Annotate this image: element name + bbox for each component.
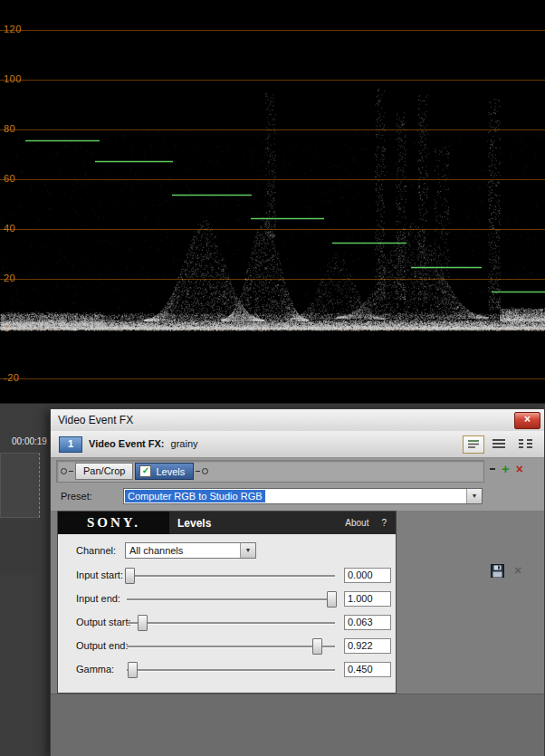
slider-row-input-start: Input start: 0.000 [58, 567, 396, 585]
channel-dropdown-button[interactable]: ▼ [240, 543, 255, 558]
channel-dropdown[interactable]: All channels ▼ [125, 542, 256, 559]
output-start-value[interactable]: 0.063 [344, 615, 391, 630]
fx-chain-link-icon [69, 471, 73, 472]
channel-label: Channel: [76, 545, 116, 556]
close-button[interactable]: × [514, 412, 540, 429]
slider-thumb[interactable] [128, 662, 138, 678]
slider-row-output-end: Output end: 0.922 [58, 637, 396, 656]
fx-chain-link-icon [196, 471, 200, 472]
output-end-slider[interactable] [127, 646, 335, 648]
tab-levels-label: Levels [156, 466, 185, 477]
slider-label: Input end: [76, 593, 120, 604]
fx-chain-link-icon [490, 468, 495, 470]
close-icon: × [524, 413, 531, 426]
plugin-controls: Channel: All channels ▼ Input start: 0.0… [58, 534, 396, 693]
preset-dropdown-button[interactable]: ▼ [466, 489, 482, 503]
gamma-slider[interactable] [127, 669, 335, 672]
input-start-slider[interactable] [127, 575, 335, 578]
slider-thumb[interactable] [125, 568, 135, 584]
input-start-value[interactable]: 0.000 [344, 568, 391, 583]
save-preset-button[interactable] [491, 564, 505, 579]
slider-thumb[interactable] [312, 638, 322, 655]
fx-enabled-checkbox[interactable]: ✓ [139, 465, 151, 477]
floppy-save-icon [491, 564, 504, 578]
fx-header-title: Video Event FX:grainy [89, 438, 198, 449]
slider-thumb[interactable] [327, 591, 337, 608]
sony-logo: SONY. [58, 512, 169, 534]
chevron-down-icon: ▼ [472, 493, 478, 499]
slider-row-input-end: Input end: 1.000 [58, 590, 396, 608]
remove-plugin-icon[interactable]: × [516, 463, 523, 475]
waveform-scope: 120 100 80 60 40 20 0 -20 [0, 0, 545, 403]
preset-row: Preset: Computer RGB to Studio RGB ▼ × [51, 485, 544, 509]
dialog-titlebar[interactable]: Video Event FX × [51, 409, 544, 432]
keyframe-view-button[interactable] [463, 435, 484, 454]
preset-selected-value: Computer RGB to Studio RGB [125, 490, 265, 502]
levels-plugin-panel: SONY. Levels About ? Channel: All channe… [57, 511, 397, 694]
add-plugin-icon[interactable]: + [502, 463, 510, 475]
grid-layout-button[interactable] [518, 438, 536, 451]
timecode-label: 00:00:19 [12, 436, 47, 446]
fx-chain-actions: + × [490, 463, 523, 475]
rows-layout-button[interactable] [492, 438, 510, 451]
track-area[interactable] [0, 520, 38, 574]
fx-chain-node-icon [202, 468, 208, 474]
waveform-trace [0, 0, 545, 403]
plugin-name-bar: Levels About ? [169, 512, 396, 534]
fx-chain-node-icon [61, 468, 67, 474]
tab-pan-crop[interactable]: Pan/Crop [75, 463, 133, 480]
slider-label: Output end: [76, 640, 129, 651]
app-root: 120 100 80 60 40 20 0 -20 00:00:19 Video… [0, 0, 545, 756]
slider-label: Gamma: [76, 664, 114, 675]
slider-label: Input start: [76, 569, 123, 580]
slider-row-gamma: Gamma: 0.450 [58, 661, 396, 679]
help-icon[interactable]: ? [381, 518, 387, 528]
rows-icon [492, 438, 506, 450]
dialog-bottom-background [51, 694, 544, 756]
event-name: grainy [171, 438, 198, 449]
slider-label: Output start: [76, 617, 131, 627]
preset-label: Preset: [61, 491, 92, 502]
fx-chain-bar: Pan/Crop ✓ Levels [56, 460, 484, 483]
grid-icon [518, 438, 533, 450]
plugin-name: Levels [177, 517, 211, 530]
chevron-down-icon: ▼ [245, 547, 252, 553]
preset-combobox[interactable]: Computer RGB to Studio RGB ▼ [123, 488, 483, 504]
gamma-value[interactable]: 0.450 [344, 662, 391, 677]
dialog-title: Video Event FX [58, 414, 133, 426]
track-header[interactable] [0, 453, 40, 518]
input-end-value[interactable]: 1.000 [344, 591, 391, 607]
slider-row-output-start: Output start: 0.063 [58, 614, 396, 632]
fx-header-bar: 1 Video Event FX:grainy [51, 431, 544, 458]
plugin-header: SONY. Levels About ? [58, 512, 396, 534]
event-number-badge: 1 [59, 436, 82, 453]
delete-preset-icon[interactable]: × [514, 563, 521, 578]
video-event-fx-dialog: Video Event FX × 1 Video Event FX:grainy [50, 408, 545, 756]
slider-thumb[interactable] [138, 615, 148, 631]
output-start-slider[interactable] [127, 622, 335, 625]
output-end-value[interactable]: 0.922 [344, 638, 391, 654]
list-view-icon [467, 438, 480, 449]
channel-value: All channels [129, 545, 183, 556]
about-link[interactable]: About [345, 518, 368, 528]
input-end-slider[interactable] [127, 598, 335, 601]
tab-levels[interactable]: ✓ Levels [135, 463, 194, 480]
check-icon: ✓ [142, 465, 149, 475]
